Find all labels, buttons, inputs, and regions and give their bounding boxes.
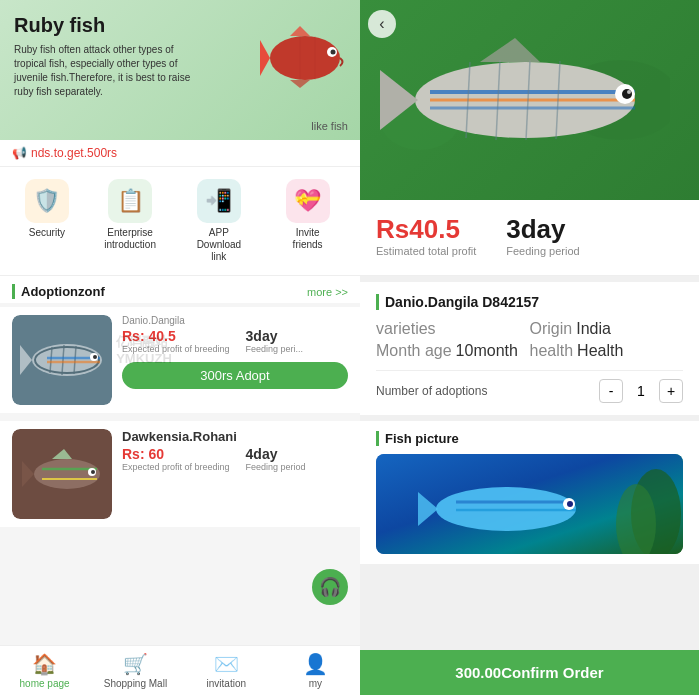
invitation-icon: ✉️ [214,652,239,676]
hero-banner: Ruby fish Ruby fish often attack other t… [0,0,360,140]
fish-card-1-info: Danio.Dangila Rs: 40.5 Expected profit o… [122,315,348,405]
svg-point-18 [93,355,97,359]
security-icon-box: 🛡️ [25,179,69,223]
month-age-pair: Month age 10month [376,342,530,360]
back-button[interactable]: ‹ [368,10,396,38]
ruby-fish-svg [260,20,350,90]
adoption-more-link[interactable]: more >> [307,286,348,298]
fish-info-title: Danio.Dangila D842157 [376,294,683,310]
svg-point-26 [91,470,95,474]
fish-card-2-days-label: Feeding period [246,462,306,472]
svg-marker-2 [290,26,310,36]
health-label: health [530,342,574,360]
fish-info-card: Danio.Dangila D842157 varieties Origin I… [360,282,699,415]
fish-card-2-image [12,429,112,519]
fish-card-1-profit-label: Expected profit of breeding [122,344,230,354]
svg-marker-3 [290,80,310,88]
my-icon: 👤 [303,652,328,676]
my-label: my [309,678,322,689]
security-label: Security [29,227,65,239]
adoptions-row: Number of adoptions - 1 + [376,370,683,403]
profit-days-card: Rs40.5 Estimated total profit 3day Feedi… [360,200,699,276]
icon-app-download[interactable]: 📲 APP Download link [191,179,246,263]
right-panel: ‹ [360,0,699,695]
invite-label: Invite friends [280,227,335,251]
enterprise-label: Enterprise introduction [103,227,158,251]
detail-fish-svg [370,20,670,180]
fish-card-2-profit-label: Expected profit of breeding [122,462,230,472]
fish-card-1-profit: Rs: 40.5 [122,328,230,344]
svg-point-40 [622,89,632,99]
fish-card-2-days: 4day [246,446,306,462]
fish-picture-image [376,454,683,554]
like-fish-label: like fish [311,120,348,132]
adopt-button-1[interactable]: 300rs Adopt [122,362,348,389]
month-age-label: Month age [376,342,452,360]
quick-links-grid: 🛡️ Security 📋 Enterprise introduction 📲 … [0,167,360,276]
nav-my[interactable]: 👤 my [285,652,345,689]
enterprise-icon-box: 📋 [108,179,152,223]
promo-bar: 📢 nds.to.get.500rs [0,140,360,167]
info-row-1: varieties Origin India [376,320,683,338]
qty-value: 1 [631,383,651,399]
origin-value: India [576,320,611,338]
shopping-label: Shopping Mall [104,678,167,689]
qty-plus-button[interactable]: + [659,379,683,403]
fish-card-1-days-label: Feeding peri... [246,344,304,354]
nav-shopping-mall[interactable]: 🛒 Shopping Mall [104,652,167,689]
fish-card-2: Dawkensia.Rohani Rs: 60 Expected profit … [0,421,360,527]
profit-block: Rs40.5 Estimated total profit [376,214,476,257]
qty-minus-button[interactable]: - [599,379,623,403]
nav-invitation[interactable]: ✉️ invitation [196,652,256,689]
svg-marker-1 [260,40,270,76]
nav-home[interactable]: 🏠 home page [15,652,75,689]
fish-picture-section: Fish picture [360,421,699,564]
profit-row: Rs40.5 Estimated total profit 3day Feedi… [376,214,683,257]
invite-icon-box: 💝 [286,179,330,223]
fish-card-1: 亿码融站YMKUZH Dan [0,307,360,413]
icon-security[interactable]: 🛡️ Security [25,179,69,263]
fish-card-2-profit: Rs: 60 [122,446,230,462]
home-label: home page [20,678,70,689]
origin-label: Origin [530,320,573,338]
promo-icon: 📢 [12,146,27,160]
profit-label: Estimated total profit [376,245,476,257]
confirm-order-button[interactable]: 300.00Confirm Order [360,650,699,695]
health-pair: health Health [530,342,684,360]
left-panel: Ruby fish Ruby fish often attack other t… [0,0,360,695]
ruby-fish-image [260,20,350,90]
svg-point-50 [567,501,573,507]
month-age-value: 10month [456,342,518,360]
rohani-fish-svg [12,429,112,519]
fish-picture-svg [376,454,683,554]
fish-card-1-days: 3day [246,328,304,344]
info-row-2: Month age 10month health Health [376,342,683,360]
invitation-label: invitation [207,678,246,689]
zebrafish-svg [12,315,112,405]
fish-card-2-stats-row: Rs: 60 Expected profit of breeding 4day … [122,446,348,472]
icon-enterprise[interactable]: 📋 Enterprise introduction [103,179,158,263]
quantity-control: - 1 + [599,379,683,403]
fish-card-1-name: Danio.Dangila [122,315,348,326]
adoption-title: Adoptionzonf [12,284,105,299]
shopping-icon: 🛒 [123,652,148,676]
app-download-icon-box: 📲 [197,179,241,223]
fish-picture-title: Fish picture [376,431,683,446]
app-download-label: APP Download link [191,227,246,263]
health-value: Health [577,342,623,360]
days-block: 3day Feeding period [506,214,579,257]
fish-card-1-stats-row: Rs: 40.5 Expected profit of breeding 3da… [122,328,348,354]
varieties-pair: varieties [376,320,530,338]
icon-invite[interactable]: 💝 Invite friends [280,179,335,263]
promo-text: nds.to.get.500rs [31,146,117,160]
svg-point-0 [270,36,340,80]
days-label: Feeding period [506,245,579,257]
adoption-section-header: Adoptionzonf more >> [0,276,360,303]
days-amount: 3day [506,214,579,245]
fish-card-2-info: Dawkensia.Rohani Rs: 60 Expected profit … [122,429,348,519]
right-hero: ‹ [360,0,699,200]
svg-point-41 [627,90,631,94]
adoptions-label: Number of adoptions [376,384,487,398]
svg-marker-38 [480,38,540,62]
support-float-button[interactable]: 🎧 [312,569,348,605]
